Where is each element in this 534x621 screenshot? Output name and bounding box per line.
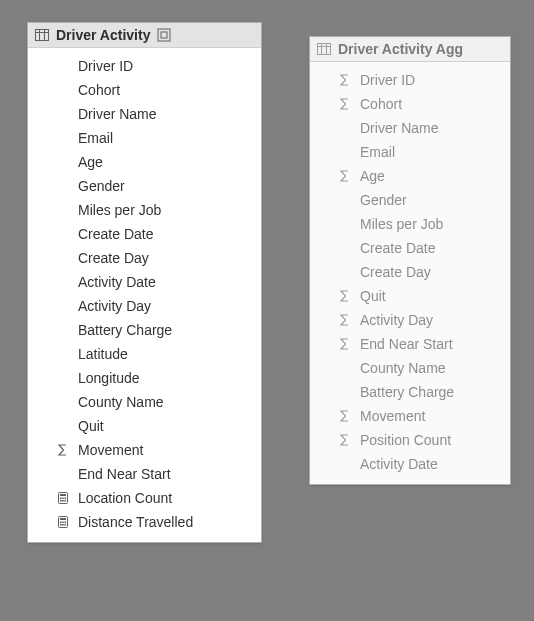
svg-rect-22 bbox=[318, 44, 331, 55]
panel-title: Driver Activity bbox=[56, 27, 150, 43]
panel-header[interactable]: Driver Activity bbox=[28, 23, 261, 48]
field-label: Position Count bbox=[354, 432, 451, 448]
field-row[interactable]: Location Count bbox=[28, 486, 261, 510]
field-row[interactable]: Create Day bbox=[310, 260, 510, 284]
field-label: Gender bbox=[72, 178, 125, 194]
field-row[interactable]: Quit bbox=[310, 284, 510, 308]
sigma-icon bbox=[336, 314, 354, 326]
field-row[interactable]: Activity Date bbox=[310, 452, 510, 476]
field-row[interactable]: Miles per Job bbox=[310, 212, 510, 236]
field-row[interactable]: Create Day bbox=[28, 246, 261, 270]
panel-header[interactable]: Driver Activity Agg bbox=[310, 37, 510, 62]
field-row[interactable]: Cohort bbox=[28, 78, 261, 102]
field-row[interactable]: Longitude bbox=[28, 366, 261, 390]
svg-rect-20 bbox=[62, 524, 64, 526]
field-label: Battery Charge bbox=[354, 384, 454, 400]
field-row[interactable]: Movement bbox=[28, 438, 261, 462]
field-row[interactable]: Position Count bbox=[310, 428, 510, 452]
field-row[interactable]: County Name bbox=[28, 390, 261, 414]
sigma-icon bbox=[336, 74, 354, 86]
field-label: Latitude bbox=[72, 346, 128, 362]
model-canvas[interactable]: Driver Activity Driver IDCohortDriver Na… bbox=[0, 0, 534, 621]
field-row[interactable]: Miles per Job bbox=[28, 198, 261, 222]
field-label: County Name bbox=[72, 394, 164, 410]
field-label: Cohort bbox=[72, 82, 120, 98]
panel-title: Driver Activity Agg bbox=[338, 41, 463, 57]
sigma-icon bbox=[54, 444, 72, 456]
sigma-icon bbox=[336, 434, 354, 446]
field-label: Age bbox=[354, 168, 385, 184]
field-label: End Near Start bbox=[354, 336, 453, 352]
table-icon bbox=[316, 41, 332, 57]
field-row[interactable]: Driver ID bbox=[310, 68, 510, 92]
svg-rect-10 bbox=[64, 498, 66, 500]
field-row[interactable]: Driver ID bbox=[28, 54, 261, 78]
field-row[interactable]: Gender bbox=[28, 174, 261, 198]
field-row[interactable]: End Near Start bbox=[28, 462, 261, 486]
field-label: Battery Charge bbox=[72, 322, 172, 338]
field-label: Longitude bbox=[72, 370, 140, 386]
calculator-icon bbox=[54, 516, 72, 528]
svg-rect-12 bbox=[62, 500, 64, 502]
svg-rect-19 bbox=[60, 524, 62, 526]
sigma-icon bbox=[336, 290, 354, 302]
storage-mode-icon bbox=[156, 27, 172, 43]
field-label: Create Day bbox=[72, 250, 149, 266]
field-label: Miles per Job bbox=[72, 202, 161, 218]
svg-rect-11 bbox=[60, 500, 62, 502]
sigma-icon bbox=[336, 338, 354, 350]
field-row[interactable]: Create Date bbox=[310, 236, 510, 260]
field-row[interactable]: Latitude bbox=[28, 342, 261, 366]
sigma-icon bbox=[336, 410, 354, 422]
sigma-icon bbox=[336, 98, 354, 110]
calculator-icon bbox=[54, 492, 72, 504]
svg-rect-9 bbox=[62, 498, 64, 500]
field-row[interactable]: Email bbox=[310, 140, 510, 164]
field-row[interactable]: Gender bbox=[310, 188, 510, 212]
field-row[interactable]: Activity Date bbox=[28, 270, 261, 294]
field-row[interactable]: Quit bbox=[28, 414, 261, 438]
field-label: Driver ID bbox=[72, 58, 133, 74]
field-label: Location Count bbox=[72, 490, 172, 506]
svg-rect-16 bbox=[60, 522, 62, 524]
field-label: Distance Travelled bbox=[72, 514, 193, 530]
field-label: Cohort bbox=[354, 96, 402, 112]
field-label: Age bbox=[72, 154, 103, 170]
svg-rect-13 bbox=[64, 500, 66, 502]
field-label: Driver ID bbox=[354, 72, 415, 88]
field-row[interactable]: County Name bbox=[310, 356, 510, 380]
field-row[interactable]: Create Date bbox=[28, 222, 261, 246]
field-row[interactable]: End Near Start bbox=[310, 332, 510, 356]
panel-body: Driver IDCohortDriver NameEmailAgeGender… bbox=[310, 62, 510, 484]
field-row[interactable]: Driver Name bbox=[310, 116, 510, 140]
field-row[interactable]: Activity Day bbox=[310, 308, 510, 332]
field-row[interactable]: Driver Name bbox=[28, 102, 261, 126]
field-label: Activity Day bbox=[354, 312, 433, 328]
field-label: Movement bbox=[354, 408, 425, 424]
field-row[interactable]: Battery Charge bbox=[310, 380, 510, 404]
svg-rect-15 bbox=[60, 518, 66, 520]
field-row[interactable]: Age bbox=[28, 150, 261, 174]
field-row[interactable]: Movement bbox=[310, 404, 510, 428]
sigma-icon bbox=[336, 170, 354, 182]
field-row[interactable]: Distance Travelled bbox=[28, 510, 261, 534]
table-panel-driver-activity-agg[interactable]: Driver Activity Agg Driver IDCohortDrive… bbox=[309, 36, 511, 485]
field-label: Activity Date bbox=[354, 456, 438, 472]
field-row[interactable]: Battery Charge bbox=[28, 318, 261, 342]
svg-rect-0 bbox=[36, 30, 49, 41]
field-row[interactable]: Age bbox=[310, 164, 510, 188]
svg-rect-4 bbox=[158, 29, 170, 41]
field-label: Miles per Job bbox=[354, 216, 443, 232]
svg-rect-17 bbox=[62, 522, 64, 524]
field-label: Driver Name bbox=[72, 106, 157, 122]
field-row[interactable]: Activity Day bbox=[28, 294, 261, 318]
svg-rect-5 bbox=[161, 32, 167, 38]
field-label: Create Day bbox=[354, 264, 431, 280]
field-row[interactable]: Cohort bbox=[310, 92, 510, 116]
field-label: Activity Date bbox=[72, 274, 156, 290]
field-label: Email bbox=[354, 144, 395, 160]
field-label: End Near Start bbox=[72, 466, 171, 482]
field-row[interactable]: Email bbox=[28, 126, 261, 150]
table-panel-driver-activity[interactable]: Driver Activity Driver IDCohortDriver Na… bbox=[27, 22, 262, 543]
field-label: Driver Name bbox=[354, 120, 439, 136]
